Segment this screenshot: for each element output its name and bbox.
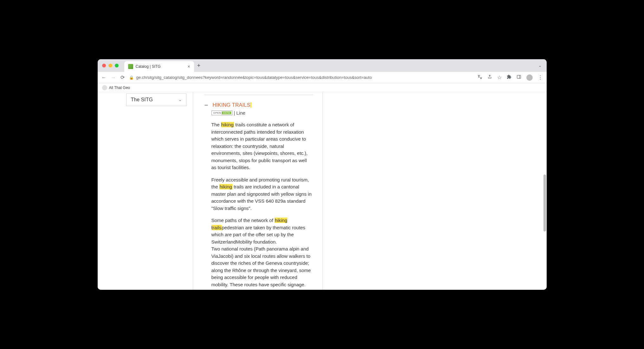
- close-window-button[interactable]: [102, 64, 106, 67]
- highlight: hiking: [219, 184, 232, 189]
- bookmark-label: All That Geo: [109, 86, 130, 90]
- menu-icon[interactable]: ⋮: [538, 74, 543, 80]
- back-button[interactable]: ←: [101, 75, 107, 80]
- page-content: The SITG ⌄ − HIKING TRAILS OPENDATA |: [98, 92, 547, 290]
- result-header: − HIKING TRAILS: [205, 102, 322, 108]
- new-tab-button[interactable]: +: [197, 62, 201, 69]
- browser-tab[interactable]: Catalog | SITG ×: [124, 61, 194, 72]
- scrollbar-thumb[interactable]: [543, 174, 546, 232]
- bookmark-favicon: [102, 85, 107, 90]
- maximize-window-button[interactable]: [115, 64, 119, 67]
- browser-window: Catalog | SITG × + ⌄ ← → ⟳ 🔒 ge.ch/sitg/…: [98, 59, 547, 290]
- collapse-button[interactable]: −: [205, 102, 208, 108]
- toolbar-icons: ☆ ⋮: [477, 74, 543, 81]
- translate-icon[interactable]: [477, 74, 482, 81]
- extensions-icon[interactable]: [507, 74, 511, 80]
- sitg-dropdown-label: The SITG: [131, 97, 153, 103]
- geometry-separator: |: [234, 110, 235, 116]
- title-bar: Catalog | SITG × + ⌄: [98, 59, 547, 72]
- lock-icon: 🔒: [129, 75, 134, 80]
- tabs-overflow-button[interactable]: ⌄: [538, 63, 542, 68]
- badges-row: OPENDATA | Line: [211, 110, 322, 116]
- description-p3: Some paths of the network of hiking trai…: [211, 217, 313, 288]
- geometry-type: Line: [236, 110, 245, 116]
- chevron-down-icon: ⌄: [179, 98, 182, 102]
- bookmark-all-that-geo[interactable]: All That Geo: [102, 85, 130, 90]
- svg-rect-0: [517, 75, 520, 79]
- tab-close-button[interactable]: ×: [187, 64, 190, 69]
- description-p2: Freely accessible and promoting rural to…: [211, 176, 313, 212]
- bookmarks-bar: All That Geo: [98, 83, 547, 92]
- profile-avatar[interactable]: [526, 74, 533, 81]
- window-controls: [102, 64, 119, 67]
- sitg-dropdown[interactable]: The SITG ⌄: [126, 93, 186, 106]
- minimize-window-button[interactable]: [108, 64, 112, 67]
- sidebar: The SITG ⌄: [98, 92, 186, 290]
- tab-favicon: [128, 64, 133, 69]
- forward-button[interactable]: →: [111, 75, 116, 80]
- bookmark-star-icon[interactable]: ☆: [497, 74, 502, 80]
- description-p1: The hiking trails constitute a network o…: [211, 121, 313, 171]
- result-title[interactable]: HIKING TRAILS: [212, 102, 251, 108]
- side-panel-icon[interactable]: [517, 74, 521, 80]
- reload-button[interactable]: ⟳: [120, 74, 125, 80]
- result-panel: − HIKING TRAILS OPENDATA | Line The hiki…: [193, 92, 323, 290]
- tab-title: Catalog | SITG: [136, 64, 185, 69]
- highlight: hiking: [221, 122, 234, 127]
- url-bar: ← → ⟳ 🔒 ge.ch/sitg/sitg_catalog/sitg_don…: [98, 72, 547, 83]
- address-bar[interactable]: 🔒 ge.ch/sitg/sitg_catalog/sitg_donnees?k…: [129, 75, 473, 80]
- result-divider: [205, 95, 313, 95]
- result-description: The hiking trails constitute a network o…: [211, 121, 322, 290]
- open-data-badge: OPENDATA: [211, 111, 233, 115]
- url-text: ge.ch/sitg/sitg_catalog/sitg_donnees?key…: [136, 75, 372, 80]
- share-icon[interactable]: [487, 74, 492, 80]
